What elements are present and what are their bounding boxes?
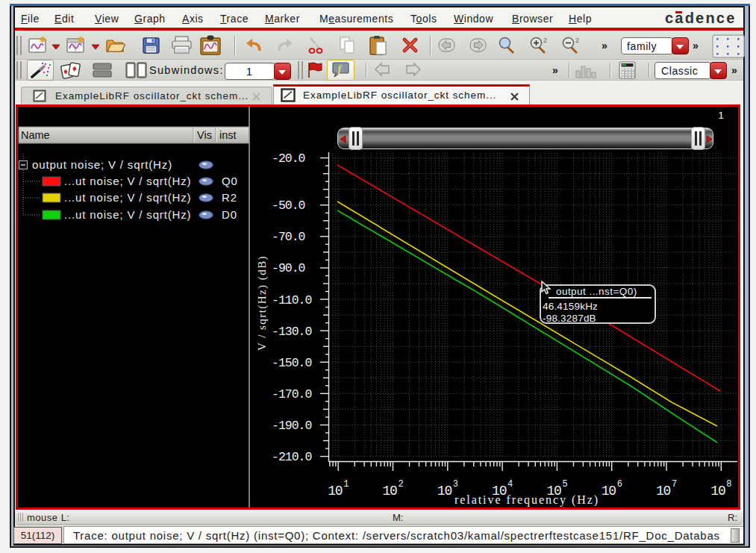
svg-text:-110.0: -110.0 [272, 293, 312, 307]
svg-text:7: 7 [672, 479, 677, 490]
svg-text:output noise; V / sqrt(Hz): output noise; V / sqrt(Hz) [32, 158, 172, 171]
svg-text:relative frequency (Hz): relative frequency (Hz) [454, 493, 599, 507]
svg-text:-150.0: -150.0 [272, 356, 312, 370]
svg-text:2: 2 [399, 479, 404, 490]
svg-text:3: 3 [453, 479, 458, 490]
svg-text:V / sqrt(Hz) (dB): V / sqrt(Hz) (dB) [256, 255, 269, 351]
svg-text:8: 8 [726, 479, 731, 490]
svg-text:R2: R2 [222, 191, 237, 204]
svg-text:5: 5 [562, 479, 567, 490]
svg-text:10: 10 [656, 484, 671, 499]
svg-text:1: 1 [343, 479, 349, 490]
svg-text:-130.0: -130.0 [272, 325, 312, 339]
svg-text:-90.0: -90.0 [272, 261, 305, 275]
svg-text:10: 10 [383, 484, 398, 499]
svg-text:Q0: Q0 [222, 175, 238, 187]
svg-text:6: 6 [617, 479, 622, 490]
svg-text:D0: D0 [222, 208, 237, 221]
svg-text:Name: Name [21, 129, 50, 141]
svg-text:...ut noise; V / sqrt(Hz): ...ut noise; V / sqrt(Hz) [64, 191, 191, 204]
svg-text:-190.0: -190.0 [272, 419, 312, 433]
svg-text:Vis: Vis [197, 129, 212, 141]
svg-text:-170.0: -170.0 [272, 387, 312, 402]
svg-text:10: 10 [328, 484, 343, 499]
svg-text:2: 2 [575, 37, 579, 44]
svg-text:...ut noise; V / sqrt(Hz): ...ut noise; V / sqrt(Hz) [64, 208, 191, 221]
svg-text:10: 10 [710, 484, 725, 499]
svg-text:inst: inst [219, 129, 237, 141]
svg-text:1: 1 [718, 110, 723, 121]
svg-text:4: 4 [507, 479, 513, 490]
svg-text:2: 2 [543, 37, 547, 44]
svg-text:-20.0: -20.0 [272, 151, 305, 166]
svg-text:10: 10 [602, 484, 616, 499]
svg-text:-70.0: -70.0 [272, 230, 305, 244]
svg-text:-50.0: -50.0 [272, 199, 305, 213]
svg-text:-210.0: -210.0 [272, 450, 312, 464]
svg-text:10: 10 [437, 484, 452, 499]
svg-text:...ut noise; V / sqrt(Hz): ...ut noise; V / sqrt(Hz) [64, 175, 191, 187]
